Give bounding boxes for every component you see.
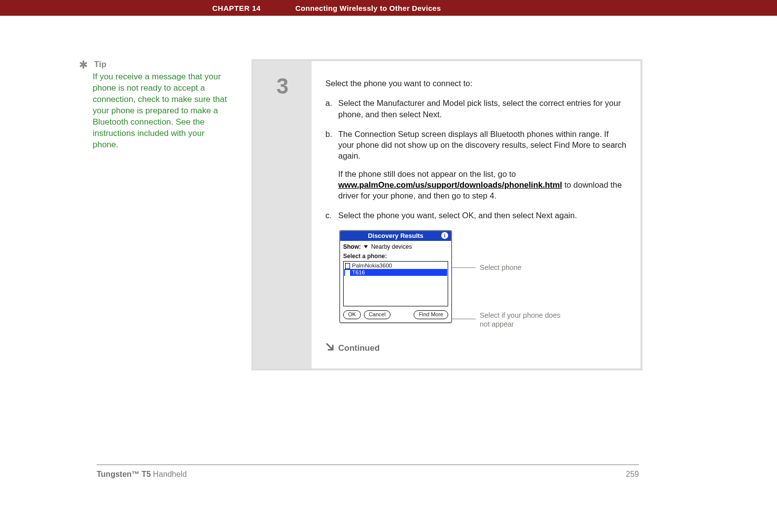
page-footer: Tungsten™ T5 Handheld 259 [97, 465, 639, 479]
continued-row: Continued [325, 342, 627, 355]
device-body: Show: Nearby devices Select a phone: Pal… [340, 241, 451, 322]
info-icon[interactable]: i [441, 232, 448, 239]
device-title: Discovery Results [368, 232, 424, 240]
phone-name: T616 [352, 269, 365, 275]
continued-arrow-icon [325, 342, 334, 355]
phone-name: PalmNokia3600 [352, 263, 392, 268]
cancel-button[interactable]: Cancel [364, 310, 390, 319]
phonelink-url[interactable]: www.palmOne.com/us/support/downloads/pho… [338, 180, 562, 189]
show-label: Show: [343, 243, 361, 250]
step-content: Select the phone you want to connect to:… [312, 61, 640, 368]
callout-select-phone: Select phone [480, 263, 522, 272]
step-letter: b. [325, 129, 338, 201]
step-letter: c. [325, 210, 338, 221]
chapter-title: Connecting Wirelessly to Other Devices [295, 4, 777, 12]
page-header: CHAPTER 14 Connecting Wirelessly to Othe… [0, 0, 777, 16]
tip-label: Tip [94, 60, 106, 69]
callout-line [452, 319, 476, 319]
step-b-extra: If the phone still does not appear on th… [338, 168, 627, 201]
extra-prefix: If the phone still does not appear on th… [338, 169, 516, 178]
phone-icon [345, 270, 350, 276]
device-titlebar: Discovery Results i [340, 231, 451, 241]
product-rest: Handheld [151, 470, 187, 478]
phone-icon [345, 263, 350, 269]
tip-text: If you receive a message that your phone… [93, 71, 232, 151]
step-list: a. Select the Manufacturer and Model pic… [325, 98, 627, 221]
product-name: Tungsten™ T5 Handheld [97, 470, 187, 479]
step-item-c: c. Select the phone you want, select OK,… [325, 210, 627, 221]
callouts: Select phone Select if your phone does n… [452, 230, 627, 333]
find-more-button[interactable]: Find More [414, 310, 448, 319]
select-phone-label: Select a phone: [343, 252, 448, 260]
step-text: The Connection Setup screen displays all… [338, 129, 627, 201]
step-letter: a. [325, 98, 338, 120]
ok-button[interactable]: OK [343, 310, 361, 319]
step-text: Select the Manufacturer and Model pick l… [338, 98, 627, 120]
callout-line [452, 267, 476, 268]
device-buttons: OK Cancel Find More [343, 310, 448, 319]
sidebar: ✱ Tip If you receive a message that your… [79, 59, 232, 151]
device-row: Discovery Results i Show: Nearby devices… [325, 230, 627, 333]
step-text: Select the phone you want, select OK, an… [338, 210, 627, 221]
phone-list-item[interactable]: T616 [344, 269, 447, 276]
page-body: ✱ Tip If you receive a message that your… [0, 16, 777, 370]
step-lead: Select the phone you want to connect to: [325, 78, 627, 89]
product-bold: Tungsten™ T5 [97, 470, 151, 478]
callout-not-appear: Select if your phone does not appear [480, 311, 564, 329]
phone-list-item[interactable]: PalmNokia3600 [344, 262, 447, 269]
chapter-label: CHAPTER 14 [0, 4, 295, 12]
show-row[interactable]: Show: Nearby devices [343, 243, 448, 251]
show-value: Nearby devices [371, 243, 412, 250]
step-number: 3 [253, 61, 312, 368]
dropdown-arrow-icon [364, 245, 368, 248]
discovery-results-device: Discovery Results i Show: Nearby devices… [339, 230, 452, 323]
step-b-main: The Connection Setup screen displays all… [338, 130, 626, 161]
step-box: 3 Select the phone you want to connect t… [251, 59, 642, 370]
continued-label: Continued [338, 343, 380, 354]
step-item-a: a. Select the Manufacturer and Model pic… [325, 98, 627, 120]
page-number: 259 [626, 470, 639, 479]
tip-block: ✱ Tip If you receive a message that your… [79, 59, 232, 151]
asterisk-icon: ✱ [79, 60, 88, 70]
step-item-b: b. The Connection Setup screen displays … [325, 129, 627, 201]
phone-list[interactable]: PalmNokia3600 T616 [343, 261, 448, 306]
